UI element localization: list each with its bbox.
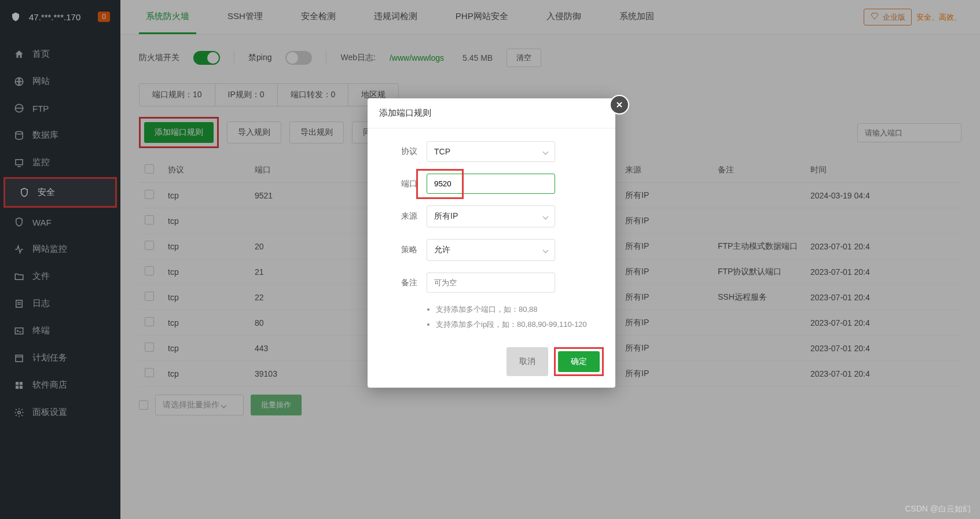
protocol-label: 协议 [385,146,417,157]
strategy-select[interactable]: 允许 [427,239,555,261]
hint-text: 支持添加多个ip段，如：80,88,90-99,110-120 [436,319,598,330]
port-input[interactable] [427,174,555,194]
strategy-label: 策略 [385,245,417,255]
remark-input[interactable] [427,273,555,293]
add-port-rule-modal: 添加端口规则 协议 TCP 端口 来源 所有IP 策略 允许 备注 [368,98,615,388]
close-icon [615,100,624,109]
hint-text: 支持添加多个端口，如：80,88 [436,304,598,315]
cancel-button[interactable]: 取消 [506,347,548,376]
remark-label: 备注 [385,278,417,288]
chevron-down-icon [543,149,549,154]
chevron-down-icon [543,247,549,253]
modal-close-button[interactable] [610,95,629,115]
source-select[interactable]: 所有IP [427,205,555,227]
modal-title: 添加端口规则 [368,98,615,128]
chevron-down-icon [543,214,549,219]
protocol-select[interactable]: TCP [427,141,555,162]
watermark: CSDN @白云如幻 [905,504,971,514]
source-label: 来源 [385,211,417,222]
confirm-button[interactable]: 确定 [558,351,600,372]
port-label: 端口 [385,179,417,189]
modal-hints: 支持添加多个端口，如：80,88 支持添加多个ip段，如：80,88,90-99… [385,304,598,330]
